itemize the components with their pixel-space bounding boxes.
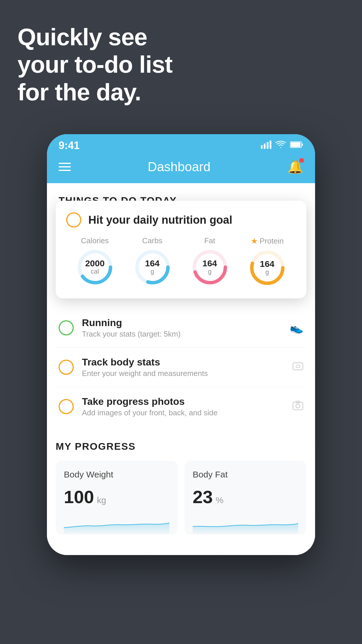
- status-time: 9:41: [59, 139, 80, 152]
- todo-item-photos[interactable]: Take progress photos Add images of your …: [56, 387, 306, 426]
- photo-icon: [292, 400, 303, 414]
- fat-stat: Fat 164 g: [191, 236, 229, 286]
- featured-nutrition-card[interactable]: Hit your daily nutrition goal Calories 2…: [56, 201, 306, 298]
- calories-label: Calories: [81, 236, 109, 245]
- svg-rect-1: [264, 144, 266, 149]
- todo-title-photos: Take progress photos: [82, 396, 284, 407]
- fat-donut: 164 g: [191, 248, 229, 286]
- status-bar: 9:41: [47, 134, 315, 154]
- svg-rect-6: [291, 142, 301, 147]
- calories-unit: cal: [85, 268, 105, 275]
- protein-value: 164: [260, 260, 274, 268]
- nav-bar: Dashboard 🔔: [47, 154, 315, 183]
- fat-value: 164: [202, 259, 217, 268]
- fat-unit: g: [202, 268, 217, 275]
- todo-item-running[interactable]: Running Track your stats (target: 5km) 👟: [56, 308, 306, 348]
- app-content: THINGS TO DO TODAY Hit your daily nutrit…: [47, 183, 315, 555]
- protein-unit: g: [260, 268, 274, 276]
- phone-mockup: 9:41: [47, 134, 315, 555]
- hamburger-menu[interactable]: [59, 163, 71, 171]
- nav-title: Dashboard: [148, 160, 210, 174]
- scale-icon: [292, 360, 303, 374]
- running-icon: 👟: [290, 321, 303, 334]
- star-icon: ★: [251, 236, 258, 246]
- svg-rect-17: [293, 402, 303, 410]
- card-title: Hit your daily nutrition goal: [88, 214, 232, 226]
- body-weight-value: 100: [64, 487, 94, 507]
- todo-circle-running: [59, 320, 74, 335]
- todo-title-running: Running: [82, 317, 282, 328]
- todo-sub-running: Track your stats (target: 5km): [82, 330, 282, 339]
- todo-item-body-stats[interactable]: Track body stats Enter your weight and m…: [56, 348, 306, 387]
- protein-stat: ★Protein 164 g: [248, 236, 286, 287]
- battery-icon: [290, 141, 303, 150]
- wifi-icon: [275, 141, 286, 151]
- notification-bell[interactable]: 🔔: [287, 159, 303, 174]
- carbs-donut: 164 g: [133, 248, 171, 286]
- body-weight-chart: [64, 516, 169, 533]
- fat-label: Fat: [204, 236, 215, 245]
- progress-cards: Body Weight 100 kg: [56, 461, 306, 535]
- body-fat-title: Body Fat: [193, 470, 298, 480]
- notification-dot: [299, 158, 304, 163]
- progress-header: MY PROGRESS: [56, 441, 306, 461]
- card-circle-check: [66, 212, 81, 228]
- calories-value: 2000: [85, 259, 105, 268]
- card-title-row: Hit your daily nutrition goal: [66, 212, 296, 228]
- carbs-label: Carbs: [142, 236, 162, 245]
- body-fat-value: 23: [193, 487, 213, 507]
- carbs-unit: g: [145, 268, 159, 275]
- todo-sub-body-stats: Enter your weight and measurements: [82, 369, 284, 378]
- progress-section: MY PROGRESS Body Weight 100 kg: [47, 426, 315, 555]
- body-weight-card[interactable]: Body Weight 100 kg: [56, 461, 178, 535]
- todo-circle-photos: [59, 399, 74, 414]
- svg-rect-15: [293, 363, 303, 370]
- svg-rect-3: [270, 141, 271, 149]
- protein-label: ★Protein: [251, 236, 284, 246]
- calories-stat: Calories 2000 cal: [76, 236, 114, 286]
- signal-icon: [261, 141, 271, 151]
- nutrition-stats: Calories 2000 cal Carbs: [66, 236, 296, 287]
- body-weight-unit: kg: [97, 495, 106, 505]
- carbs-stat: Carbs 164 g: [133, 236, 171, 286]
- svg-rect-5: [302, 144, 303, 146]
- carbs-value: 164: [145, 259, 159, 268]
- calories-donut: 2000 cal: [76, 248, 114, 286]
- todo-circle-body-stats: [59, 360, 74, 375]
- headline: Quickly see your to-do list for the day.: [17, 23, 173, 106]
- svg-point-18: [296, 404, 300, 408]
- status-icons: [261, 141, 303, 151]
- protein-donut: 164 g: [248, 249, 286, 287]
- body-fat-card[interactable]: Body Fat 23 %: [184, 461, 306, 535]
- svg-rect-2: [267, 142, 268, 149]
- todo-sub-photos: Add images of your front, back, and side: [82, 408, 284, 417]
- svg-rect-16: [296, 365, 300, 368]
- body-fat-chart: [193, 516, 298, 533]
- body-weight-title: Body Weight: [64, 470, 169, 480]
- body-fat-unit: %: [216, 495, 224, 505]
- svg-rect-0: [261, 145, 263, 149]
- todo-title-body-stats: Track body stats: [82, 356, 284, 368]
- todo-list: Running Track your stats (target: 5km) 👟…: [47, 308, 315, 426]
